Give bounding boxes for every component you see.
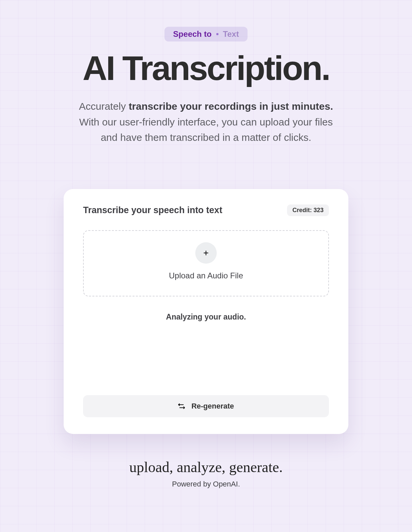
upload-label: Upload an Audio File xyxy=(169,271,243,280)
category-pill: Speech to Text xyxy=(164,27,248,41)
regenerate-label: Re-generate xyxy=(191,402,234,411)
pill-right-text: Text xyxy=(223,29,239,39)
analyzing-status-label: Analyzing your audio. xyxy=(83,313,329,322)
footer-tagline: upload, analyze, generate. xyxy=(129,459,283,476)
upload-dropzone[interactable]: + Upload an Audio File xyxy=(83,230,329,296)
credit-badge: Credit: 323 xyxy=(287,204,329,216)
regenerate-button[interactable]: Re-generate xyxy=(83,395,329,417)
footer-powered-by: Powered by OpenAI. xyxy=(172,480,240,489)
card-header: Transcribe your speech into text Credit:… xyxy=(83,204,329,216)
pill-separator-dot xyxy=(216,33,218,35)
plus-icon: + xyxy=(195,242,217,264)
subtitle-bold: transcribe your recordings in just minut… xyxy=(129,101,333,112)
swap-arrows-icon xyxy=(178,403,185,409)
pill-left-text: Speech to xyxy=(173,29,212,39)
page-subtitle: Accurately transcribe your recordings in… xyxy=(72,99,340,146)
card-title: Transcribe your speech into text xyxy=(83,205,222,215)
subtitle-post: With our user-friendly interface, you ca… xyxy=(79,116,333,143)
transcription-card: Transcribe your speech into text Credit:… xyxy=(64,189,348,434)
page-title: AI Transcription. xyxy=(83,49,330,88)
subtitle-pre: Accurately xyxy=(79,101,129,112)
waveform-graphic xyxy=(99,331,313,378)
